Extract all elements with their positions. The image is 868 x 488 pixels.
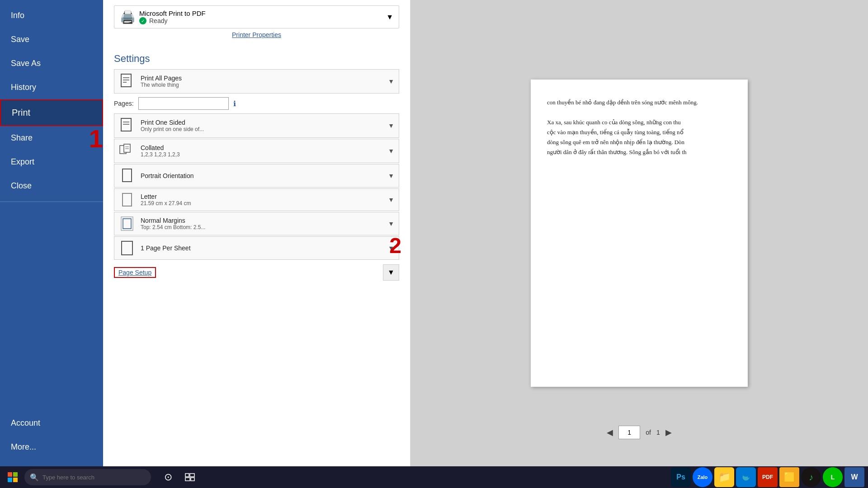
- preview-text: con thuyền bé nhỏ đang dập dềnh trên són…: [547, 98, 731, 158]
- svg-rect-21: [190, 474, 194, 477]
- svg-rect-20: [185, 474, 189, 477]
- setting-text-letter: Letter 21.59 cm x 27.94 cm: [141, 193, 382, 206]
- app-edge[interactable]: [736, 467, 756, 487]
- settings-title: Settings: [114, 47, 399, 69]
- svg-rect-18: [8, 478, 12, 482]
- start-button[interactable]: [4, 468, 22, 486]
- page-navigation: ◀ of 1 ▶: [607, 426, 671, 439]
- app-photoshop[interactable]: Ps: [671, 467, 691, 487]
- sidebar-item-history[interactable]: History: [0, 75, 103, 99]
- app-files[interactable]: 📁: [714, 467, 734, 487]
- page-number-input[interactable]: [618, 426, 640, 439]
- printer-icon: 🖨️: [120, 9, 136, 24]
- sidebar-item-export[interactable]: Export: [0, 150, 80, 174]
- setting-row-margins[interactable]: Normal Margins Top: 2.54 cm Bottom: 2.5.…: [114, 212, 399, 235]
- collated-dropdown[interactable]: ▼: [388, 147, 394, 155]
- app-spotify[interactable]: ♪: [801, 467, 821, 487]
- sidebar-item-save[interactable]: Save: [0, 28, 103, 52]
- portrait-dropdown[interactable]: ▼: [388, 172, 394, 179]
- app-word[interactable]: W: [844, 467, 864, 487]
- svg-rect-14: [123, 219, 131, 229]
- collated-icon: [119, 143, 135, 159]
- page-preview: con thuyền bé nhỏ đang dập dềnh trên són…: [531, 80, 748, 387]
- setting-row-portrait[interactable]: Portrait Orientation ▼: [114, 164, 399, 188]
- svg-rect-23: [191, 478, 194, 481]
- printer-name: Microsoft Print to PDF: [139, 9, 382, 17]
- taskbar-search[interactable]: 🔍: [24, 469, 151, 485]
- sidebar-item-close[interactable]: Close: [0, 174, 80, 198]
- letter-icon: [119, 192, 135, 207]
- svg-rect-8: [124, 144, 130, 152]
- printer-select[interactable]: 🖨️ Microsoft Print to PDF ✓ Ready ▼: [114, 5, 399, 28]
- setting-text-print-all-pages: Print All Pages The whole thing: [141, 75, 382, 88]
- letter-dropdown[interactable]: ▼: [388, 196, 394, 203]
- svg-rect-17: [13, 472, 18, 477]
- taskbar-center: ⊙: [159, 468, 199, 486]
- pages-row: Pages: ℹ: [114, 94, 399, 113]
- page-setup-row: Page Setup ▼: [114, 261, 399, 284]
- sidebar-divider: [0, 202, 103, 202]
- setting-row-collated[interactable]: Collated 1,2,3 1,2,3 1,2,3 ▼: [114, 139, 399, 163]
- svg-rect-0: [121, 74, 131, 87]
- printer-properties-link[interactable]: Printer Properties: [114, 31, 399, 38]
- printer-status-badge: ✓ Ready: [139, 17, 382, 24]
- taskbar-cortana[interactable]: ⊙: [159, 468, 177, 486]
- svg-rect-4: [121, 118, 131, 131]
- annotation-1: 1: [80, 126, 103, 151]
- search-input[interactable]: [42, 474, 124, 481]
- sidebar-item-more[interactable]: More...: [0, 435, 103, 459]
- search-icon: 🔍: [30, 473, 39, 482]
- setting-row-letter[interactable]: Letter 21.59 cm x 27.94 cm ▼: [114, 188, 399, 211]
- preview-area: con thuyền bé nhỏ đang dập dềnh trên són…: [410, 0, 868, 466]
- print-panel: 🖨️ Microsoft Print to PDF ✓ Ready ▼ Prin…: [103, 0, 410, 466]
- sidebar-item-print[interactable]: Print: [0, 99, 103, 126]
- taskbar: 🔍 ⊙ Ps Zalo 📁 PDF 🟨 ♪ L W: [0, 466, 868, 488]
- ready-dot: ✓: [139, 17, 146, 24]
- printer-section: 🖨️ Microsoft Print to PDF ✓ Ready ▼ Prin…: [114, 0, 399, 47]
- total-pages: 1: [656, 429, 660, 436]
- setting-text-margins: Normal Margins Top: 2.54 cm Bottom: 2.5.…: [141, 217, 382, 230]
- page-of-label: of: [646, 429, 651, 436]
- print-one-sided-dropdown[interactable]: ▼: [388, 122, 394, 129]
- svg-rect-12: [123, 193, 132, 206]
- setting-row-print-all-pages[interactable]: Print All Pages The whole thing ▼: [114, 69, 399, 94]
- printer-dropdown-icon[interactable]: ▼: [386, 13, 393, 21]
- pages-input[interactable]: [138, 97, 229, 110]
- app-foxit[interactable]: PDF: [758, 467, 778, 487]
- portrait-icon: [119, 168, 135, 183]
- app-line[interactable]: L: [823, 467, 843, 487]
- margins-dropdown[interactable]: ▼: [388, 220, 394, 227]
- sidebar-item-info[interactable]: Info: [0, 4, 103, 28]
- sidebar: Info Save Save As History Print Share: [0, 0, 103, 466]
- sidebar-item-save-as[interactable]: Save As: [0, 52, 103, 75]
- scroll-down-icon[interactable]: ▼: [383, 264, 399, 281]
- taskbar-task-view[interactable]: [181, 468, 199, 486]
- app-notes[interactable]: 🟨: [779, 467, 799, 487]
- print-all-pages-dropdown[interactable]: ▼: [388, 78, 394, 85]
- svg-rect-11: [123, 169, 132, 182]
- pages-label: Pages:: [114, 100, 134, 107]
- setting-row-page-per-sheet[interactable]: 1 Page Per Sheet ▼ 2: [114, 236, 399, 260]
- sidebar-item-account[interactable]: Account: [0, 411, 103, 435]
- svg-rect-19: [13, 478, 18, 482]
- pages-info-icon[interactable]: ℹ: [233, 99, 236, 108]
- print-one-sided-icon: [119, 117, 135, 134]
- sidebar-bottom: Account More...: [0, 411, 103, 466]
- scroll-down-btn[interactable]: ▼: [383, 264, 399, 281]
- svg-rect-16: [8, 472, 12, 477]
- page-next-button[interactable]: ▶: [665, 427, 672, 437]
- page-prev-button[interactable]: ◀: [607, 427, 613, 437]
- sidebar-nav: Info Save Save As History Print Share: [0, 0, 103, 466]
- taskbar-apps: Ps Zalo 📁 PDF 🟨 ♪ L W: [671, 467, 864, 487]
- app-zalo[interactable]: Zalo: [693, 467, 712, 487]
- main-area: Info Save Save As History Print Share: [0, 0, 868, 466]
- page-setup-link[interactable]: Page Setup: [114, 267, 156, 278]
- svg-rect-15: [122, 241, 132, 255]
- printer-status: Ready: [149, 17, 167, 24]
- page-per-sheet-icon: [119, 240, 135, 256]
- sidebar-item-share[interactable]: Share: [0, 126, 80, 150]
- svg-rect-22: [185, 478, 190, 481]
- setting-text-page-per-sheet: 1 Page Per Sheet: [141, 244, 382, 252]
- margins-icon: [119, 216, 135, 231]
- setting-row-print-one-sided[interactable]: Print One Sided Only print on one side o…: [114, 113, 399, 138]
